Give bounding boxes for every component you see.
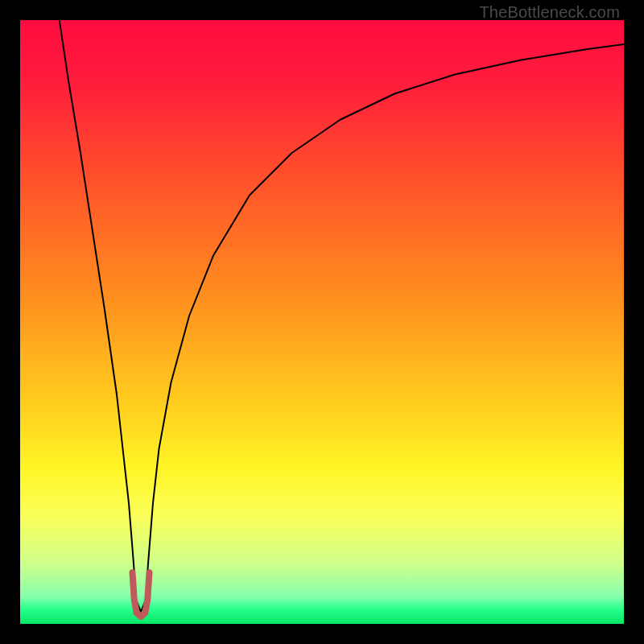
watermark-text: TheBottleneck.com — [479, 3, 620, 22]
outer-frame: TheBottleneck.com — [0, 0, 644, 644]
plot-area — [20, 20, 624, 624]
series-bottleneck-curve — [60, 20, 624, 612]
chart-curve-layer — [20, 20, 624, 624]
